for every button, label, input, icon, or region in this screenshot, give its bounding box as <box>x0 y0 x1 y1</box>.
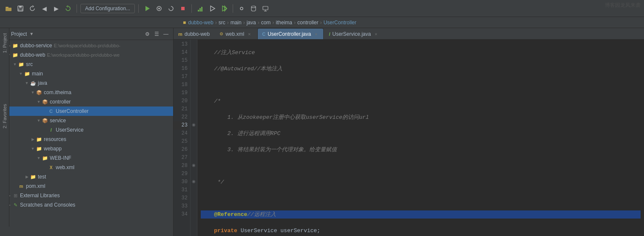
folder-icon-webinf: 📁 <box>42 155 48 161</box>
breadcrumb-src[interactable]: src <box>219 20 225 26</box>
update-btn[interactable] <box>166 3 176 14</box>
tree-node-com-itheima[interactable]: ▼ 📦 com.itheima <box>0 88 173 97</box>
tab-webxml[interactable]: ⚙ web.xml × <box>215 28 257 39</box>
tab-dubbo-web[interactable]: m dubbo-web <box>174 28 214 39</box>
java-icon: ☕ <box>30 80 37 86</box>
save-btn[interactable] <box>15 3 26 14</box>
tree-node-controller[interactable]: ▼ 📦 controller <box>0 97 173 106</box>
breadcrumb-com[interactable]: com <box>261 20 271 26</box>
tree-label-extlib: External Libraries <box>20 193 60 199</box>
tree-node-userservice[interactable]: ▶ I UserService <box>0 125 173 135</box>
svg-rect-3 <box>19 6 22 8</box>
sep2 <box>138 4 139 13</box>
tree-node-scratches[interactable]: ▶ ✎ Scratches and Consoles <box>0 200 173 210</box>
svg-rect-0 <box>6 7 9 8</box>
tree-node-src[interactable]: ▼ 📁 src <box>0 60 173 69</box>
tree-node-dubbo-service[interactable]: ▶ 📁 dubbo-service E:\workspace\dubbo-pro… <box>0 41 173 50</box>
tree-node-webinf[interactable]: ▼ 📁 WEB-INF <box>0 153 173 163</box>
tab-label-webxml: web.xml <box>225 31 244 37</box>
tree-arrow-com: ▼ <box>30 90 36 95</box>
code-lines[interactable]: //注入Service //@Autowired//本地注入 /* 1. 从zo… <box>197 40 644 236</box>
stop-btn[interactable] <box>178 3 188 14</box>
tree-arrow-service: ▼ <box>36 118 42 123</box>
tree-node-pomxml[interactable]: ▶ m pom.xml <box>0 181 173 191</box>
breadcrumb-usercontroller[interactable]: UserController <box>323 20 356 26</box>
panel-dropdown[interactable]: ▼ <box>29 32 34 36</box>
tree-node-java[interactable]: ▼ ☕ java <box>0 78 173 88</box>
svg-rect-8 <box>181 7 185 10</box>
refresh-btn[interactable] <box>27 3 37 14</box>
revert-btn[interactable] <box>63 3 73 14</box>
svg-rect-9 <box>198 10 199 12</box>
tree-arrow-java: ▼ <box>24 81 30 85</box>
sidebar-label-favorites[interactable]: 2: Favorites <box>2 104 7 128</box>
line-gutter: ◉ ◉ ◉ <box>191 40 197 236</box>
tree-label-controller: controller <box>50 99 71 105</box>
tree-node-usercontroller[interactable]: ▶ C UserController <box>0 106 173 116</box>
tree-node-ext-lib[interactable]: ▶ ⊞ External Libraries <box>0 191 173 200</box>
tree-node-service[interactable]: ▼ 📦 service <box>0 116 173 125</box>
settings-btn[interactable] <box>237 3 247 14</box>
breadcrumb-itheima[interactable]: itheima <box>276 20 292 26</box>
package-icon: 📦 <box>36 89 43 96</box>
tab-icon-xml: ⚙ <box>219 32 223 36</box>
svg-rect-16 <box>263 6 268 10</box>
code-line-16: /* <box>201 97 641 105</box>
coverage-btn[interactable] <box>195 3 205 14</box>
tab-bar: m dubbo-web ⚙ web.xml × C UserController… <box>174 28 644 40</box>
run-ant-btn[interactable] <box>219 3 229 14</box>
panel-action-close[interactable]: — <box>162 30 170 38</box>
tree-path-dubbo-web: E:\workspace\dubbo-pro\dubbo-we <box>47 52 120 58</box>
code-editor: 13 14 15 16 17 18 19 20 21 22 23 24 25 2… <box>174 40 644 236</box>
panel-action-layout[interactable]: ☰ <box>153 30 160 38</box>
tree-node-webxml[interactable]: ▶ X web.xml <box>0 163 173 172</box>
panel-action-gear[interactable]: ⚙ <box>143 30 151 38</box>
java-interface-icon: I <box>48 127 54 133</box>
code-line-23: @Reference//远程注入 <box>201 210 641 219</box>
package-icon-svc: 📦 <box>42 117 48 124</box>
code-line-24: private UserService userService; <box>201 227 641 235</box>
remote-btn[interactable] <box>260 3 271 14</box>
breadcrumb-item[interactable]: ■ dubbo-web <box>183 20 214 26</box>
tree-label-java: java <box>38 80 47 86</box>
tab-usercontroller[interactable]: C UserController.java × <box>257 28 324 39</box>
sidebar-label-project[interactable]: 1: Project <box>2 33 7 53</box>
line-numbers: 13 14 15 16 17 18 19 20 21 22 23 24 25 2… <box>174 40 191 236</box>
tree-label-service: service <box>50 118 66 124</box>
tree-arrow-pom: ▶ <box>12 184 18 188</box>
left-sidebar: 1: Project 2: Favorites <box>0 28 9 227</box>
tree-arrow-test: ▶ <box>24 175 30 179</box>
breadcrumb-java[interactable]: java <box>247 20 256 26</box>
tree-node-dubbo-web[interactable]: ▼ 📁 dubbo-web E:\workspace\dubbo-pro\dub… <box>0 50 173 60</box>
tab-close-usersvc[interactable]: × <box>373 31 379 37</box>
sep3 <box>191 4 192 13</box>
code-line-13: //注入Service <box>201 49 641 57</box>
breadcrumb-main[interactable]: main <box>231 20 242 26</box>
build-btn[interactable] <box>154 3 164 14</box>
svg-point-7 <box>158 8 160 9</box>
tree-node-test[interactable]: ▶ 📁 test <box>0 172 173 181</box>
folder-icon-web: 📁 <box>12 52 19 58</box>
tab-close-userctrl[interactable]: × <box>313 31 319 37</box>
run-btn[interactable] <box>142 3 152 14</box>
tree-arrow-webinf: ▼ <box>36 156 42 160</box>
tree-node-main[interactable]: ▼ 📁 main <box>0 69 173 78</box>
project-panel: 📁 Project ▼ ⚙ ☰ — ▶ 📁 dubbo-service E:\w… <box>0 28 174 236</box>
tree-node-resources[interactable]: ▶ 📁 resources <box>0 135 173 144</box>
svg-point-15 <box>251 6 256 8</box>
tab-userservice[interactable]: I UserService.java × <box>324 28 384 39</box>
tree-arrow-webapp: ▼ <box>30 147 36 151</box>
open-folder-btn[interactable] <box>3 3 14 14</box>
forward-btn[interactable]: ▶ <box>51 3 61 14</box>
svg-marker-5 <box>145 6 150 11</box>
tree-label-src: src <box>26 61 33 67</box>
database-btn[interactable] <box>248 3 259 14</box>
code-line-18: 2. 进行远程调用RPC <box>201 130 641 138</box>
breadcrumb-controller[interactable]: controller <box>297 20 318 26</box>
add-config-button[interactable]: Add Configuration... <box>80 4 135 13</box>
profile-btn[interactable] <box>207 3 217 14</box>
tree-node-webapp[interactable]: ▼ 📁 webapp <box>0 144 173 153</box>
tab-close-webxml[interactable]: × <box>246 31 252 37</box>
java-class-icon: C <box>48 108 54 115</box>
back-btn[interactable]: ◀ <box>39 3 49 14</box>
